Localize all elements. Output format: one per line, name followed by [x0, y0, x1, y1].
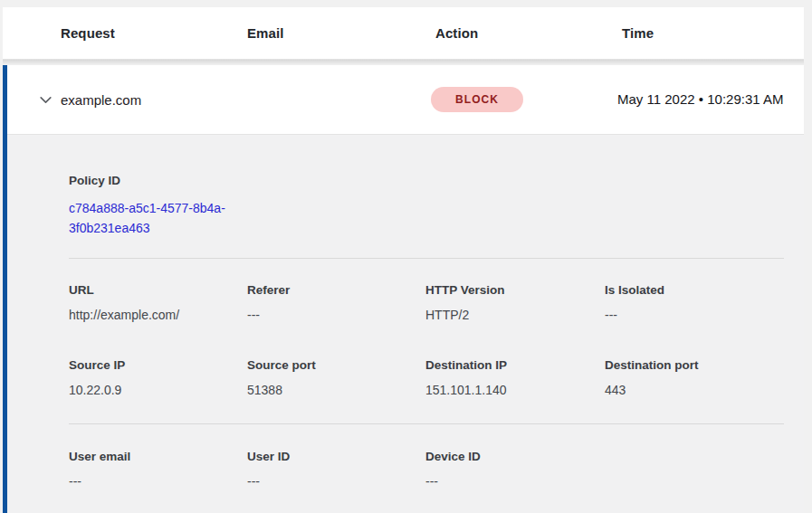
- field-user-id: User ID ---: [247, 450, 425, 491]
- table-header-row: Request Email Action Time: [3, 7, 804, 60]
- field-destination-port-value: 443: [605, 381, 784, 400]
- divider: [69, 423, 784, 424]
- details-row-http: URL http://example.com/ Referer --- HTTP…: [69, 283, 784, 325]
- field-is-isolated-label: Is Isolated: [605, 283, 784, 298]
- column-header-time: Time: [622, 25, 793, 41]
- field-source-ip-label: Source IP: [69, 358, 247, 373]
- field-source-ip: Source IP 10.22.0.9: [69, 358, 247, 400]
- field-device-id-value: ---: [425, 472, 605, 491]
- field-url-label: URL: [69, 283, 247, 298]
- field-http-version-label: HTTP Version: [425, 283, 605, 298]
- field-user-id-label: User ID: [247, 450, 425, 464]
- divider: [69, 258, 784, 259]
- field-url: URL http://example.com/: [69, 283, 247, 325]
- field-source-port-label: Source port: [247, 358, 425, 373]
- column-header-action: Action: [435, 25, 622, 41]
- field-source-ip-value: 10.22.0.9: [69, 381, 247, 400]
- action-block-badge: BLOCK: [431, 87, 523, 112]
- details-row-network: Source IP 10.22.0.9 Source port 51388 De…: [69, 358, 784, 400]
- chevron-down-icon[interactable]: [37, 91, 53, 108]
- field-destination-port: Destination port 443: [605, 358, 784, 400]
- row-time-value: May 11 2022 • 10:29:31 AM: [617, 89, 793, 110]
- field-destination-ip: Destination IP 151.101.1.140: [425, 358, 605, 400]
- field-device-id: Device ID ---: [425, 450, 605, 491]
- details-row-user: User email --- User ID --- Device ID ---: [69, 450, 784, 491]
- field-source-port: Source port 51388: [247, 358, 425, 400]
- field-is-isolated-value: ---: [605, 306, 784, 325]
- field-http-version-value: HTTP/2: [425, 306, 605, 325]
- policy-id-section: Policy ID c784a888-a5c1-4577-8b4a-3f0b23…: [69, 174, 784, 238]
- field-referer: Referer ---: [247, 283, 425, 325]
- field-referer-value: ---: [247, 306, 425, 325]
- field-user-id-value: ---: [247, 472, 425, 491]
- field-referer-label: Referer: [247, 283, 425, 298]
- row-request-value: example.com: [61, 92, 243, 108]
- field-source-port-value: 51388: [247, 381, 425, 400]
- column-header-request: Request: [61, 25, 247, 41]
- row-action-cell: BLOCK: [431, 87, 617, 112]
- column-header-email: Email: [247, 25, 435, 41]
- field-destination-ip-label: Destination IP: [425, 358, 605, 373]
- field-is-isolated: Is Isolated ---: [605, 283, 784, 325]
- field-user-email-label: User email: [69, 450, 247, 464]
- expanded-row-container: example.com BLOCK May 11 2022 • 10:29:31…: [3, 65, 804, 513]
- table-row[interactable]: example.com BLOCK May 11 2022 • 10:29:31…: [7, 65, 804, 135]
- field-destination-ip-value: 151.101.1.140: [425, 381, 605, 400]
- policy-id-link[interactable]: c784a888-a5c1-4577-8b4a-3f0b231ea463: [69, 199, 243, 238]
- field-url-value: http://example.com/: [69, 306, 247, 325]
- field-user-email-value: ---: [69, 472, 247, 491]
- field-user-email: User email ---: [69, 450, 247, 491]
- field-destination-port-label: Destination port: [605, 358, 784, 373]
- policy-id-label: Policy ID: [69, 174, 784, 188]
- log-table: Request Email Action Time example.com BL…: [3, 7, 804, 513]
- field-http-version: HTTP Version HTTP/2: [425, 283, 605, 325]
- field-device-id-label: Device ID: [425, 450, 605, 464]
- row-details-panel: Policy ID c784a888-a5c1-4577-8b4a-3f0b23…: [7, 135, 804, 513]
